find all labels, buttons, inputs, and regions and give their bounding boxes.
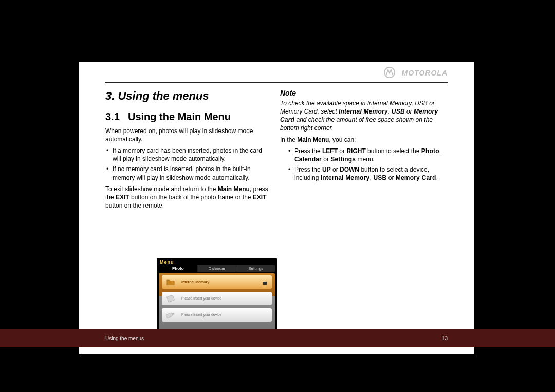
device-row-card: Please insert your device xyxy=(162,292,272,305)
page-number: 13 xyxy=(442,335,448,341)
tab-settings: Settings xyxy=(236,265,275,272)
chapter-heading: 3. Using the menus xyxy=(105,88,270,104)
tab-photo: Photo xyxy=(159,265,198,272)
exit-sentence: To exit slideshow mode and return to the… xyxy=(105,185,270,210)
list-item: Press the LEFT or RIGHT button to select… xyxy=(287,147,445,163)
header-rule xyxy=(105,82,448,83)
svg-rect-1 xyxy=(166,313,173,318)
sd-card-icon xyxy=(164,293,177,304)
intro-bullet-list: If a memory card has been inserted, phot… xyxy=(105,146,270,182)
in-main-menu-intro: In the Main Menu, you can: xyxy=(280,136,445,144)
screenshot-title: Menu xyxy=(160,259,174,265)
list-item: If a memory card has been inserted, phot… xyxy=(105,146,270,163)
brand-name: MOTOROLA xyxy=(402,69,448,77)
section-heading: 3.1Using the Main Menu xyxy=(105,110,270,124)
screenshot-tabs: Photo Calendar Settings xyxy=(159,265,275,272)
device-row-label: Internal Memory xyxy=(181,279,209,284)
play-icon xyxy=(263,282,267,285)
section-number: 3.1 xyxy=(105,110,128,124)
device-row-label: Please insert your device xyxy=(181,312,221,317)
device-row-internal: Internal Memory xyxy=(162,275,272,289)
motorola-logo-icon xyxy=(384,67,395,78)
device-row-usb: Please insert your device xyxy=(162,308,272,322)
note-heading: Note xyxy=(280,88,445,98)
brand-header: MOTOROLA xyxy=(384,67,448,78)
note-body: To check the available space in Internal… xyxy=(280,99,445,133)
tab-calendar: Calendar xyxy=(198,265,237,272)
left-column: 3. Using the menus 3.1Using the Main Men… xyxy=(105,88,270,213)
list-item: Press the UP or DOWN button to select a … xyxy=(287,165,445,182)
section-title: Using the Main Menu xyxy=(128,111,231,122)
right-column: Note To check the available space in Int… xyxy=(280,88,445,185)
main-menu-bullets: Press the LEFT or RIGHT button to select… xyxy=(287,147,445,182)
folder-icon xyxy=(164,276,177,288)
device-row-label: Please insert your device xyxy=(181,296,221,301)
manual-page: MOTOROLA 3. Using the menus 3.1Using the… xyxy=(79,62,474,354)
usb-icon xyxy=(164,309,177,321)
page-footer-bar: Using the menus 13 xyxy=(0,329,555,347)
intro-paragraph: When powered on, photos will play in sli… xyxy=(105,127,270,143)
footer-left-text: Using the menus xyxy=(105,335,144,341)
list-item: If no memory card is inserted, photos in… xyxy=(105,165,270,181)
